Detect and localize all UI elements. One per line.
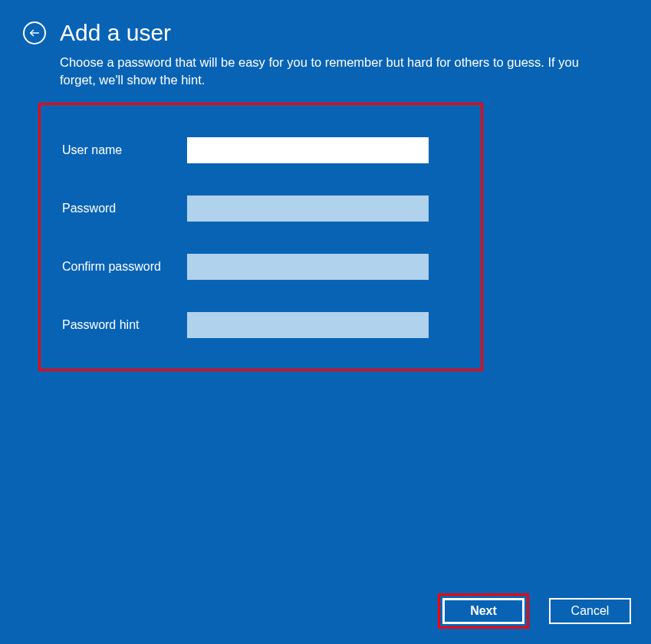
page-title: Add a user — [60, 20, 171, 46]
page-description: Choose a password that will be easy for … — [0, 46, 613, 89]
password-input[interactable] — [187, 196, 429, 222]
confirm-password-input[interactable] — [187, 254, 429, 280]
button-bar: Next Cancel — [438, 593, 634, 629]
cancel-button[interactable]: Cancel — [549, 598, 631, 624]
form-highlight-box: User name Password Confirm password Pass… — [38, 103, 483, 371]
back-button[interactable] — [23, 21, 46, 44]
password-hint-label: Password hint — [62, 318, 187, 332]
username-input[interactable] — [187, 137, 429, 163]
password-label: Password — [62, 202, 187, 215]
next-button-highlight: Next — [438, 593, 529, 629]
confirm-password-label: Confirm password — [62, 260, 187, 274]
back-arrow-icon — [29, 28, 40, 38]
password-hint-input[interactable] — [187, 312, 429, 338]
username-label: User name — [62, 143, 187, 157]
cancel-button-wrapper: Cancel — [546, 595, 634, 627]
next-button[interactable]: Next — [442, 598, 524, 624]
